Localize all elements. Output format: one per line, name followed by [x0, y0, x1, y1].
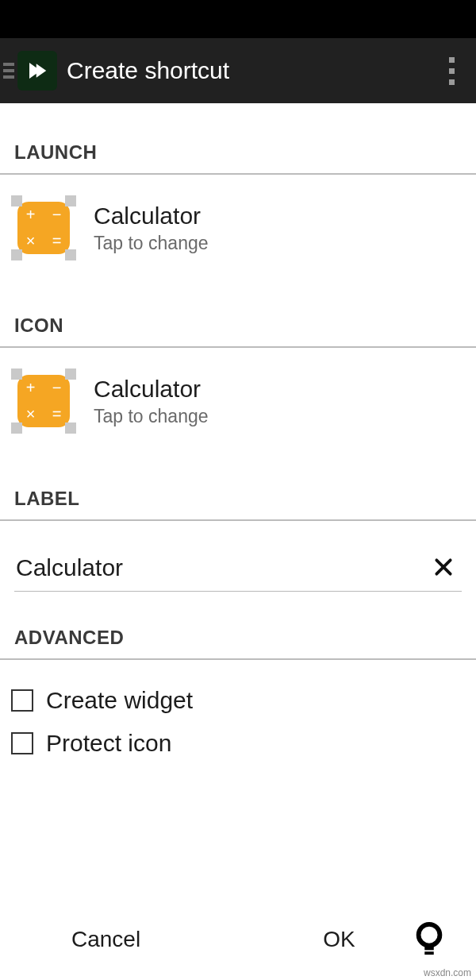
create-widget-row[interactable]: Create widget [11, 679, 465, 722]
section-header-advanced: ADVANCED [0, 592, 476, 660]
clear-label-button[interactable] [425, 554, 462, 582]
svg-rect-1 [424, 946, 434, 951]
icon-subtitle: Tap to change [94, 406, 209, 427]
section-header-label: LABEL [0, 453, 476, 521]
watermark: wsxdn.com [424, 967, 471, 978]
launch-subtitle: Tap to change [94, 233, 209, 254]
section-header-launch: LAUNCH [0, 103, 476, 175]
label-input-row [14, 550, 462, 592]
svg-point-0 [419, 924, 440, 946]
launch-title: Calculator [94, 203, 209, 230]
content: LAUNCH +−×= Calculator Tap to change ICO… [0, 103, 476, 765]
dialog-button-bar: Cancel OK [0, 920, 476, 959]
section-header-icon: ICON [0, 280, 476, 348]
launch-app-icon: +−×= [11, 195, 76, 260]
overflow-menu-button[interactable] [438, 57, 465, 85]
protect-icon-checkbox[interactable] [11, 732, 33, 754]
label-input[interactable] [14, 550, 425, 586]
appbar-title: Create shortcut [67, 57, 438, 84]
icon-app-icon: +−×= [11, 368, 76, 434]
hint-bulb-icon[interactable] [411, 920, 447, 959]
create-widget-checkbox[interactable] [11, 689, 33, 712]
launch-row[interactable]: +−×= Calculator Tap to change [0, 175, 476, 280]
statusbar [0, 0, 476, 38]
calculator-icon: +−×= [17, 202, 70, 254]
icon-title: Calculator [94, 376, 209, 403]
create-widget-label: Create widget [46, 687, 193, 714]
protect-icon-label: Protect icon [46, 730, 171, 757]
cancel-button[interactable]: Cancel [71, 927, 140, 952]
protect-icon-row[interactable]: Protect icon [11, 722, 465, 765]
drawer-button[interactable] [3, 63, 14, 79]
calculator-icon: +−×= [17, 375, 70, 427]
app-logo-icon [17, 51, 57, 91]
icon-row[interactable]: +−×= Calculator Tap to change [0, 348, 476, 453]
ok-button[interactable]: OK [323, 927, 355, 952]
appbar: Create shortcut [0, 38, 476, 103]
